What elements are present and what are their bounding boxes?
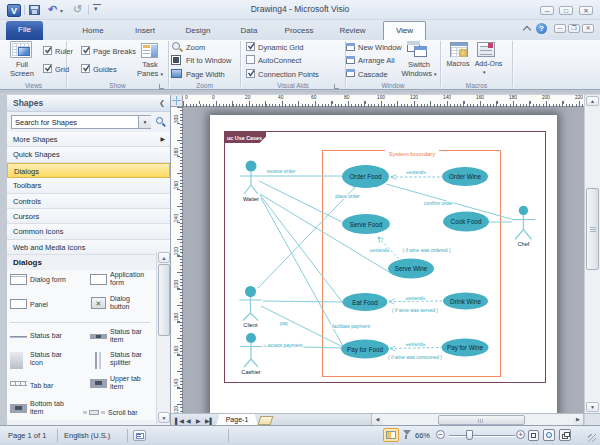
svg-text:Cook Food: Cook Food: [451, 218, 482, 225]
svg-text:«extend»: «extend»: [405, 342, 425, 347]
svg-text:Pay for Food: Pay for Food: [347, 346, 384, 354]
svg-text:Pay for Wine: Pay for Wine: [447, 344, 484, 352]
svg-text:( if wine was consumed ): ( if wine was consumed ): [388, 355, 442, 360]
svg-text:Client: Client: [243, 322, 258, 328]
svg-text:( if wine was ordered ): ( if wine was ordered ): [402, 248, 450, 253]
svg-text:System boundary: System boundary: [389, 151, 436, 157]
svg-text:Waiter: Waiter: [243, 196, 259, 202]
svg-text:Order Food: Order Food: [349, 173, 382, 180]
svg-text:Eat Food: Eat Food: [352, 299, 378, 306]
svg-text:Order Wine: Order Wine: [449, 173, 482, 180]
svg-text:«extend»: «extend»: [406, 170, 426, 175]
svg-text:«extend»: «extend»: [369, 248, 389, 253]
svg-text:Serve Wine: Serve Wine: [395, 265, 428, 272]
svg-text:uc Use Cases: uc Use Cases: [227, 135, 262, 141]
svg-text:Cashier: Cashier: [241, 369, 260, 375]
svg-text:Serve Food: Serve Food: [350, 221, 383, 228]
svg-text:confirm order: confirm order: [424, 201, 453, 206]
svg-text:facilitate payment: facilitate payment: [332, 324, 371, 329]
svg-text:place order: place order: [335, 194, 360, 199]
svg-text:( if wine was served ): ( if wine was served ): [392, 308, 438, 313]
svg-text:receive order: receive order: [267, 169, 296, 174]
svg-text:«extend»: «extend»: [405, 296, 425, 301]
svg-text:pay: pay: [280, 321, 288, 326]
svg-text:Drink Wine: Drink Wine: [450, 298, 481, 305]
svg-text:accept payment: accept payment: [268, 343, 303, 348]
svg-text:Chef: Chef: [518, 241, 530, 247]
